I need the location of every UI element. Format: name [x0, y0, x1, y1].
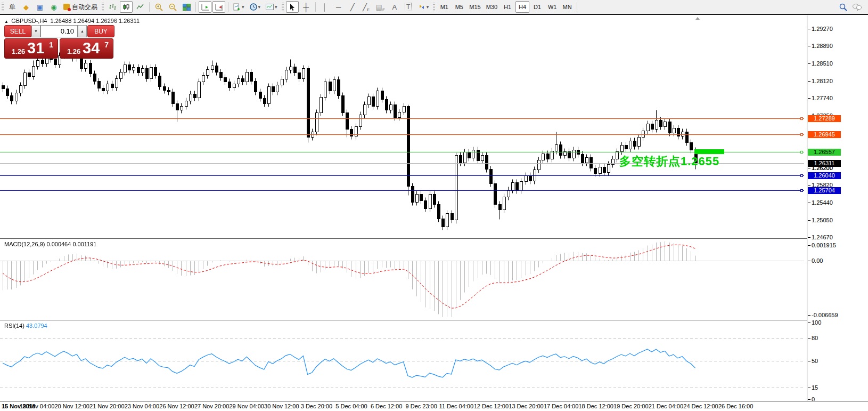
line-handle[interactable]	[800, 189, 803, 192]
macd-canvas[interactable]	[0, 239, 807, 320]
zoom-out-button[interactable]	[166, 1, 179, 13]
time-axis[interactable]: 15 Nov 201819 Nov 04:0020 Nov 12:0021 No…	[0, 401, 868, 411]
tile-windows-button[interactable]	[180, 1, 193, 13]
buy-button[interactable]: BUY	[87, 25, 114, 37]
timeframe-button-m1[interactable]: M1	[437, 1, 451, 13]
zoom-in-icon	[155, 3, 163, 11]
line-handle[interactable]	[800, 174, 803, 177]
ohlc-header: ▲ GBPUSD-,H4 1.26488 1.26494 1.26296 1.2…	[4, 18, 140, 24]
main-chart-panel[interactable]: ▲ GBPUSD-,H4 1.26488 1.26494 1.26296 1.2…	[0, 15, 807, 238]
symbol-period-label: GBPUSD-,H4	[11, 18, 47, 24]
cursor-button[interactable]	[286, 1, 299, 13]
timeframe-button-m5[interactable]: M5	[452, 1, 466, 13]
volume-decrease-button[interactable]: ▼	[31, 25, 40, 37]
time-axis-label: 3 Dec 20:00	[301, 403, 332, 409]
hline-price-label: 1.26040	[808, 172, 841, 179]
sell-quote-box[interactable]: 1.26 31 1	[4, 38, 58, 59]
periods-button[interactable]: ▾	[248, 1, 263, 13]
buy-quote-box[interactable]: 1.26 34 7	[60, 38, 113, 59]
toolbar-separator	[228, 2, 228, 12]
chat-icon	[853, 3, 862, 11]
bar-chart-button[interactable]	[106, 1, 119, 13]
line-chart-icon	[136, 3, 144, 11]
buy-price-pip: 7	[104, 41, 109, 49]
toolbar-grip[interactable]	[2, 3, 4, 11]
line-chart-button[interactable]	[134, 1, 146, 13]
time-axis-label: 13 Dec 20:00	[509, 403, 543, 409]
text-icon: A	[392, 3, 397, 11]
toolbar-separator	[149, 2, 150, 12]
symbol-collapse-icon[interactable]: ▲	[4, 19, 10, 24]
autotrading-button[interactable]: 自动交易	[61, 1, 100, 13]
timeframe-button-mn[interactable]: MN	[560, 1, 574, 13]
timeframe-button-m15[interactable]: M15	[467, 1, 482, 13]
tile-windows-icon	[183, 4, 191, 11]
line-handle[interactable]	[800, 133, 803, 136]
arrows-icon	[418, 4, 425, 10]
chart-shift-marker[interactable]	[695, 17, 700, 20]
timeframe-button-h1[interactable]: H1	[501, 1, 514, 13]
terminal-icon: ▣	[37, 3, 43, 11]
trendline-button[interactable]: ╱	[346, 1, 359, 13]
volume-increase-button[interactable]: ▲	[78, 25, 87, 37]
fibonacci-button[interactable]: ▤ F	[374, 1, 387, 13]
zoom-out-icon	[169, 3, 177, 11]
horizontal-line-button[interactable]: ─	[332, 1, 345, 13]
timeframe-button-w1[interactable]: W1	[545, 1, 559, 13]
timeframe-button-h4[interactable]: H4	[515, 1, 529, 13]
hline-price-label: 1.27289	[808, 115, 841, 122]
rsi-canvas[interactable]	[0, 321, 807, 401]
chat-button[interactable]	[850, 1, 864, 13]
equidistant-channel-button[interactable]: ╱ E	[360, 1, 373, 13]
text-button[interactable]: A	[388, 1, 401, 13]
terminal-button[interactable]: ▣	[34, 1, 46, 13]
vertical-line-button[interactable]: │	[318, 1, 331, 13]
volume-input[interactable]	[40, 25, 78, 37]
time-axis-label: 11 Dec 04:00	[439, 403, 473, 409]
toolbar-grip[interactable]	[433, 3, 435, 11]
timeframe-button-m30[interactable]: M30	[484, 1, 499, 13]
horizontal-line[interactable]	[0, 118, 804, 119]
line-handle[interactable]	[800, 117, 803, 120]
metaeditor-button[interactable]: ◆	[20, 1, 32, 13]
horizontal-line[interactable]	[0, 134, 804, 135]
candlestick-chart-canvas[interactable]	[0, 15, 807, 238]
sell-button[interactable]: SELL	[4, 25, 31, 37]
price-axis[interactable]: 1.292701.288901.285101.281201.277401.273…	[807, 15, 868, 401]
indicators-button[interactable]: ▾	[231, 1, 247, 13]
arrows-button[interactable]: ▾	[416, 1, 431, 13]
trendline-icon: ╱	[350, 3, 355, 11]
rsi-panel[interactable]: RSI(14) 43.0794	[0, 321, 807, 401]
auto-scroll-button[interactable]	[199, 1, 211, 13]
horizontal-line[interactable]	[0, 152, 804, 152]
rsi-axis-label: 50	[812, 358, 818, 364]
indicators-dropdown-arrow[interactable]: ▾	[242, 4, 244, 10]
macd-panel[interactable]: MACD(12,26,9) 0.000464 0.001191	[0, 239, 807, 320]
chart-shift-button[interactable]	[212, 1, 225, 13]
sell-price-prefix: 1.26	[12, 47, 25, 55]
search-button[interactable]	[837, 1, 849, 13]
buy-price-prefix: 1.26	[67, 47, 80, 55]
zoom-in-button[interactable]	[152, 1, 165, 13]
periods-dropdown-arrow[interactable]: ▾	[258, 4, 261, 10]
timeframe-button-d1[interactable]: D1	[530, 1, 544, 13]
horizontal-line[interactable]	[0, 190, 804, 191]
templates-dropdown-arrow[interactable]: ▾	[275, 4, 277, 10]
line-handle[interactable]	[800, 151, 803, 154]
time-axis-label: 24 Dec 12:00	[683, 403, 718, 409]
arrows-dropdown-arrow[interactable]: ▾	[427, 4, 429, 10]
indicators-add-icon	[233, 3, 241, 11]
macd-axis-label: 0.001915	[812, 242, 836, 248]
time-axis-label: 19 Nov 04:00	[20, 403, 54, 409]
crosshair-button[interactable]: ┼	[300, 1, 313, 13]
horizontal-line[interactable]	[0, 175, 804, 176]
signals-button[interactable]: ◉	[47, 1, 60, 13]
candlestick-chart-button[interactable]	[120, 1, 133, 13]
price-tick-label: 1.29270	[812, 26, 833, 32]
toolbar-grip[interactable]	[102, 3, 104, 11]
chart-annotation-text[interactable]: 多空转折点1.2655	[619, 154, 719, 170]
new-order-button[interactable]: 单	[6, 1, 19, 13]
templates-button[interactable]: ▾	[264, 1, 280, 13]
text-label-button[interactable]: T	[402, 1, 415, 13]
toolbar-grip[interactable]	[282, 3, 284, 11]
